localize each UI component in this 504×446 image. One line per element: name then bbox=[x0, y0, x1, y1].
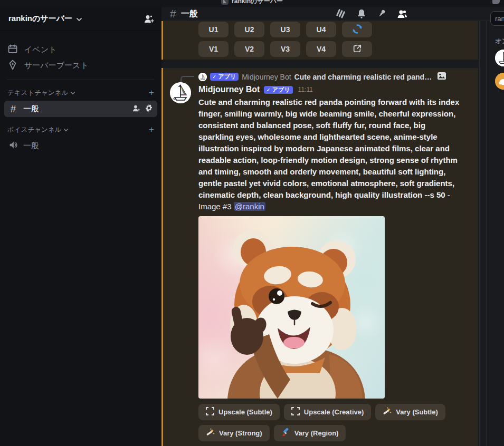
wand-icon bbox=[206, 428, 215, 439]
channel-title: 一般 bbox=[181, 8, 198, 20]
sidebar-item-server-boost[interactable]: サーバーブースト bbox=[0, 57, 161, 73]
message-text: Cute and charming realistic red panda po… bbox=[198, 96, 462, 212]
vary-strong-button[interactable]: Vary (Strong) bbox=[198, 425, 270, 441]
v3-button[interactable]: V3 bbox=[270, 41, 300, 57]
speaker-icon bbox=[8, 140, 18, 151]
channel-general-voice[interactable]: 一般 bbox=[4, 138, 157, 154]
message-midjourney: ✓アプリ Midjourney Bot Cute and charming re… bbox=[161, 68, 478, 446]
sidebar-item-label: サーバーブースト bbox=[24, 61, 89, 71]
window-titlebar: rankinのサーバー bbox=[0, 0, 504, 7]
reply-avatar bbox=[198, 73, 207, 81]
app-badge: ✓アプリ bbox=[264, 86, 292, 94]
external-link-icon bbox=[353, 44, 362, 55]
gear-icon[interactable] bbox=[145, 104, 153, 114]
upscale-subtle-button[interactable]: Upscale (Subtle) bbox=[198, 404, 280, 420]
server-name: rankinのサーバー bbox=[8, 14, 72, 24]
calendar-icon bbox=[7, 44, 18, 56]
channel-label: 一般 bbox=[23, 141, 39, 151]
web-open-button[interactable] bbox=[342, 41, 372, 57]
chevron-down-icon bbox=[71, 89, 75, 96]
upscale-icon bbox=[206, 407, 214, 417]
timestamp: 11:11 bbox=[298, 86, 313, 93]
reply-preview-text[interactable]: Cute and charming realistic red panda po… bbox=[294, 73, 433, 81]
u2-button[interactable]: U2 bbox=[234, 22, 264, 37]
check-icon: ✓ bbox=[266, 86, 270, 93]
image-attachment-icon bbox=[437, 72, 446, 82]
vary-region-button[interactable]: Vary (Region) bbox=[274, 425, 346, 441]
reroll-button[interactable] bbox=[342, 22, 372, 37]
bell-icon[interactable] bbox=[356, 8, 367, 19]
upscale-creative-button[interactable]: Upscale (Creative) bbox=[284, 404, 371, 420]
u1-button[interactable]: U1 bbox=[198, 22, 229, 37]
u3-button[interactable]: U3 bbox=[270, 22, 300, 37]
brush-icon bbox=[281, 428, 290, 439]
chevron-down-icon bbox=[64, 126, 68, 133]
boost-icon bbox=[7, 60, 18, 72]
search-input[interactable] bbox=[495, 15, 504, 23]
hash-icon: # bbox=[170, 7, 176, 20]
u4-button[interactable]: U4 bbox=[306, 22, 336, 37]
section-label: テキストチャンネル bbox=[7, 89, 68, 98]
member-list-header: オンライン bbox=[490, 37, 504, 50]
search-box[interactable] bbox=[490, 11, 504, 26]
channel-header: # 一般 bbox=[161, 7, 504, 21]
channel-label: 一般 bbox=[23, 104, 39, 114]
check-icon: ✓ bbox=[212, 73, 216, 80]
prompt-text: Cute and charming realistic red panda po… bbox=[198, 98, 459, 199]
text-channels-section[interactable]: テキストチャンネル + bbox=[0, 85, 161, 100]
chat-area: U1 U2 U3 U4 V1 V2 V3 bbox=[161, 21, 478, 446]
hash-icon: # bbox=[8, 103, 18, 115]
voice-channels-section[interactable]: ボイスチャンネル + bbox=[0, 122, 161, 137]
app-badge: ✓アプリ bbox=[210, 73, 239, 81]
author-name[interactable]: Midjourney Bot bbox=[198, 85, 260, 94]
add-channel-icon[interactable]: + bbox=[149, 88, 154, 98]
midjourney-avatar bbox=[495, 50, 504, 66]
v1-button[interactable]: V1 bbox=[198, 41, 229, 57]
sidebar-item-label: イベント bbox=[24, 45, 56, 55]
wand-icon bbox=[383, 407, 392, 418]
user-mention[interactable]: @rankin bbox=[234, 202, 265, 211]
create-invite-icon[interactable] bbox=[132, 104, 141, 114]
user-avatar bbox=[495, 73, 504, 90]
sidebar-item-events[interactable]: イベント bbox=[0, 42, 161, 57]
midjourney-avatar[interactable] bbox=[170, 82, 191, 103]
channel-general-text[interactable]: # 一般 bbox=[4, 101, 157, 117]
member-list: オンライン bbox=[490, 21, 504, 446]
chevron-down-icon bbox=[77, 14, 82, 24]
chat-scrollbar[interactable] bbox=[478, 21, 490, 446]
sidebar-divider bbox=[7, 80, 154, 80]
reply-reference[interactable]: ✓アプリ Midjourney Bot Cute and charming re… bbox=[198, 71, 478, 82]
add-channel-icon[interactable]: + bbox=[149, 124, 154, 135]
reply-author[interactable]: Midjourney Bot bbox=[242, 73, 291, 81]
server-icon bbox=[221, 0, 229, 5]
v2-button[interactable]: V2 bbox=[234, 41, 264, 57]
section-label: ボイスチャンネル bbox=[7, 125, 61, 134]
message-gap bbox=[161, 60, 478, 68]
generated-image-red-panda[interactable] bbox=[198, 216, 385, 399]
refresh-icon bbox=[351, 23, 363, 36]
upscale-icon bbox=[291, 407, 300, 417]
server-header[interactable]: rankinのサーバー bbox=[0, 7, 161, 31]
message-upscale-grid: U1 U2 U3 U4 V1 V2 V3 bbox=[161, 21, 478, 60]
member-midjourney-bot[interactable] bbox=[490, 50, 504, 66]
members-icon[interactable] bbox=[396, 9, 408, 19]
invite-people-icon[interactable] bbox=[144, 14, 154, 24]
pin-icon[interactable] bbox=[376, 8, 387, 19]
sidebar: rankinのサーバー イベント サーバーブースト bbox=[0, 7, 161, 446]
threads-icon[interactable] bbox=[335, 8, 347, 19]
v4-button[interactable]: V4 bbox=[306, 41, 336, 57]
member-rankin[interactable] bbox=[490, 73, 504, 90]
window-title: rankinのサーバー bbox=[232, 0, 283, 6]
vary-subtle-button[interactable]: Vary (Subtle) bbox=[375, 404, 445, 420]
